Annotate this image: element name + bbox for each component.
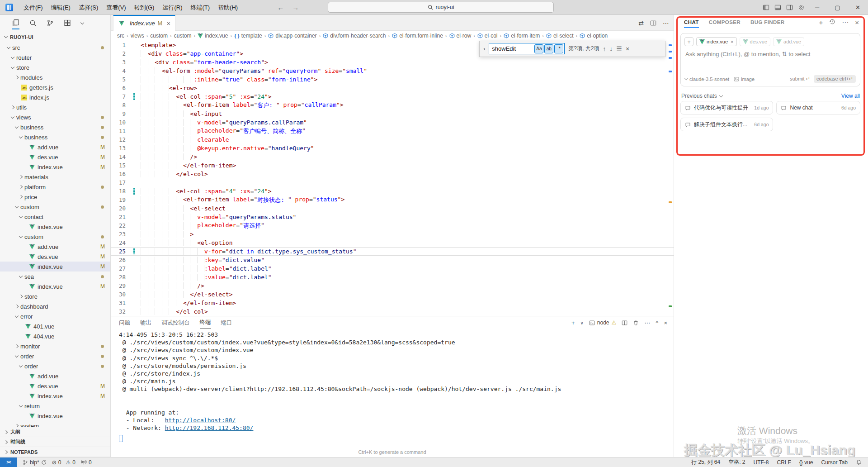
command-center-search[interactable]: ruoyi-ui <box>328 2 554 13</box>
layout-panel-icon[interactable] <box>772 0 783 15</box>
history-icon[interactable] <box>829 19 835 27</box>
terminal-link[interactable]: http://localhost:80/ <box>165 417 236 424</box>
breadcrumb-item[interactable]: el-form.form-inline <box>392 33 443 39</box>
close-panel-icon[interactable]: × <box>664 319 667 326</box>
sidebar-section-大纲[interactable]: 大纲 <box>0 427 110 437</box>
menu-item[interactable]: 选择(S) <box>75 0 102 15</box>
breadcrumb-item[interactable]: { }template <box>234 33 262 39</box>
menu-item[interactable]: 运行(R) <box>158 0 186 15</box>
tree-item[interactable]: store <box>0 62 110 72</box>
sidebar-section-NOTEPADS[interactable]: NOTEPADS <box>0 447 110 457</box>
add-context-icon[interactable]: + <box>684 37 693 46</box>
tree-item[interactable]: index.vue <box>0 222 110 232</box>
tree-item[interactable]: views <box>0 112 110 122</box>
code-line[interactable]: 19 <el-form-item label="对接状态: " prop="st… <box>111 195 674 204</box>
code-line[interactable]: 13 @keyup.enter.native="handleQuery" <box>111 144 674 152</box>
source-control-icon[interactable] <box>47 17 54 29</box>
codebase-button[interactable]: codebase ctrl+↵ <box>814 75 856 83</box>
terminal-instance[interactable]: node ⚠ <box>589 319 616 326</box>
tree-item[interactable]: index.vueM <box>0 391 110 401</box>
code-line[interactable]: 24 <el-option <box>111 238 674 247</box>
tree-item[interactable]: index.vueM <box>0 281 110 291</box>
code-line[interactable]: 29 /> <box>111 281 674 290</box>
new-terminal-icon[interactable]: + <box>571 319 575 326</box>
breadcrumb-item[interactable]: custom <box>174 33 192 39</box>
breadcrumb-item[interactable]: div.app-container <box>268 33 316 39</box>
panel-tab-输出[interactable]: 输出 <box>140 317 151 329</box>
code-line[interactable]: 21 v-model="queryParams.status" <box>111 213 674 221</box>
code-line[interactable]: 7 <el-col :span="5" :xs="24"> <box>111 92 674 101</box>
code-line[interactable]: 6 <el-row> <box>111 84 674 92</box>
back-icon[interactable]: ← <box>277 4 284 11</box>
code-line[interactable]: 23 > <box>111 230 674 238</box>
sidebar-section-时间线[interactable]: 时间线 <box>0 437 110 447</box>
tree-item[interactable]: add.vue <box>0 371 110 381</box>
menu-item[interactable]: 终端(T) <box>186 0 214 15</box>
code-line[interactable]: 30 </el-select> <box>111 290 674 299</box>
view-all-link[interactable]: View all <box>841 93 860 99</box>
tree-item[interactable]: 404.vue <box>0 331 110 341</box>
code-line[interactable]: 5 :inline="true" class="form-inline"> <box>111 75 674 84</box>
menu-item[interactable]: 编辑(E) <box>47 0 75 15</box>
tree-item[interactable]: custom <box>0 232 110 242</box>
chevron-down-icon[interactable] <box>81 17 84 29</box>
status-item[interactable]: 行 25, 列 64 <box>691 458 720 466</box>
match-case-icon[interactable]: Aa <box>534 44 543 53</box>
tree-item[interactable]: router <box>0 52 110 62</box>
code-line[interactable]: 4 <el-form :model="queryParams" ref="que… <box>111 67 674 75</box>
ports-item[interactable]: 0 <box>81 459 92 466</box>
code-line[interactable]: 26 :key="dict.value" <box>111 256 674 264</box>
code-line[interactable]: 8 <el-form-item label="客户: " prop="callP… <box>111 101 674 110</box>
code-line[interactable]: 22 placeholder="请选择" <box>111 221 674 230</box>
context-chip[interactable]: des.vue <box>740 37 771 46</box>
code-line[interactable]: 11 placeholder="客户编号、简称、全称" <box>111 127 674 135</box>
status-item[interactable]: UTF-8 <box>753 459 769 466</box>
new-chat-icon[interactable]: + <box>819 19 823 27</box>
attach-image-button[interactable]: image <box>734 76 755 82</box>
chat-more-icon[interactable]: ⋯ <box>842 19 849 27</box>
menu-item[interactable]: 转到(G) <box>130 0 159 15</box>
breadcrumb-item[interactable]: el-col <box>477 33 498 39</box>
extensions-icon[interactable] <box>64 17 71 29</box>
context-chip[interactable]: add.vue <box>773 37 804 46</box>
panel-tab-端口[interactable]: 端口 <box>221 317 232 329</box>
split-terminal-icon[interactable] <box>622 320 627 326</box>
tab-index-vue[interactable]: index.vue M × <box>113 15 175 31</box>
breadcrumb-item[interactable]: index.vue <box>198 33 228 39</box>
menu-item[interactable]: 文件(F) <box>19 0 47 15</box>
code-area[interactable]: 1<template>2 <div class="app-container">… <box>111 41 674 316</box>
regex-icon[interactable]: .* <box>554 44 563 53</box>
breadcrumb-item[interactable]: src <box>117 33 124 39</box>
code-line[interactable]: 28 :value="dict.label" <box>111 273 674 281</box>
tree-item[interactable]: JSindex.js <box>0 92 110 102</box>
status-item[interactable]: 空格: 2 <box>728 458 745 466</box>
close-window-icon[interactable]: ✕ <box>848 0 868 15</box>
code-line[interactable]: 32 </el-col> <box>111 307 674 316</box>
terminal-link[interactable]: http://192.168.112.45:80/ <box>165 424 254 431</box>
chat-input-card[interactable]: +index.vue×des.vueadd.vue Ask anything (… <box>680 33 860 86</box>
breadcrumb-item[interactable]: el-row <box>449 33 472 39</box>
previous-chat-card[interactable]: New chat6d ago <box>776 101 860 114</box>
tree-item[interactable]: system <box>0 421 110 427</box>
tree-item[interactable]: store <box>0 291 110 301</box>
layout-sidebar-icon[interactable] <box>760 0 772 15</box>
breadcrumb-item[interactable]: custom <box>150 33 168 39</box>
tree-item[interactable]: return <box>0 401 110 411</box>
code-line[interactable]: 16 </el-col> <box>111 170 674 178</box>
code-line[interactable]: 18 <el-col :span="4" :xs="24"> <box>111 187 674 195</box>
close-tab-icon[interactable]: × <box>167 20 170 27</box>
tree-item[interactable]: order <box>0 351 110 361</box>
explorer-section-header[interactable]: RUOYI-UI <box>0 31 110 43</box>
code-line[interactable]: 9 <el-input <box>111 110 674 118</box>
close-find-icon[interactable]: × <box>626 45 629 52</box>
code-line[interactable]: 25 v-for="dict in dict.type.sys_custom_s… <box>111 247 674 256</box>
tree-item[interactable]: index.vueM <box>0 162 110 172</box>
terminal-dropdown-icon[interactable]: ∨ <box>580 320 584 325</box>
breadcrumb-item[interactable]: el-option <box>580 33 608 39</box>
overview-ruler[interactable] <box>667 41 674 316</box>
tree-item[interactable]: 401.vue <box>0 321 110 331</box>
chat-tab-bug-finder[interactable]: BUG FINDER <box>750 19 785 28</box>
terminal-output[interactable]: 4:14-495 15:3-20:5 16:22-503 @ ./src/vie… <box>111 331 674 448</box>
tree-item[interactable]: contact <box>0 212 110 222</box>
code-line[interactable]: 12 clearable <box>111 135 674 144</box>
